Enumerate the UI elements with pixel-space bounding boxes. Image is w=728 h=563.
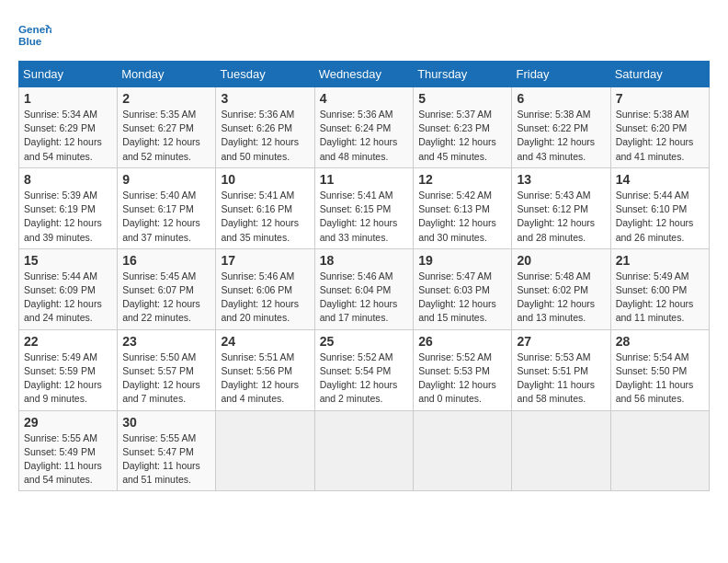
day-number: 17: [221, 253, 309, 268]
day-number: 27: [517, 334, 605, 349]
day-info: Sunrise: 5:49 AMSunset: 6:00 PMDaylight:…: [616, 270, 694, 324]
calendar-day-cell: 12 Sunrise: 5:42 AMSunset: 6:13 PMDaylig…: [414, 167, 512, 248]
svg-text:General: General: [18, 23, 51, 35]
day-number: 11: [320, 172, 409, 187]
day-number: 29: [24, 415, 112, 430]
day-info: Sunrise: 5:34 AMSunset: 6:29 PMDaylight:…: [24, 109, 102, 162]
calendar-day-cell: 17 Sunrise: 5:46 AMSunset: 6:06 PMDaylig…: [216, 248, 314, 329]
day-info: Sunrise: 5:39 AMSunset: 6:19 PMDaylight:…: [24, 190, 102, 243]
weekday-header: Thursday: [414, 62, 512, 87]
day-info: Sunrise: 5:50 AMSunset: 5:57 PMDaylight:…: [122, 351, 200, 405]
calendar-day-cell: 21 Sunrise: 5:49 AMSunset: 6:00 PMDaylig…: [610, 248, 709, 329]
day-number: 9: [122, 172, 210, 187]
calendar-day-cell: 4 Sunrise: 5:36 AMSunset: 6:24 PMDayligh…: [314, 87, 414, 168]
day-number: 19: [418, 253, 506, 268]
day-info: Sunrise: 5:44 AMSunset: 6:09 PMDaylight:…: [24, 270, 102, 324]
day-info: Sunrise: 5:44 AMSunset: 6:10 PMDaylight:…: [616, 190, 694, 243]
calendar-table: SundayMondayTuesdayWednesdayThursdayFrid…: [18, 61, 710, 491]
day-info: Sunrise: 5:40 AMSunset: 6:17 PMDaylight:…: [122, 190, 200, 243]
calendar-day-cell: 2 Sunrise: 5:35 AMSunset: 6:27 PMDayligh…: [118, 87, 216, 168]
calendar-day-cell: 28 Sunrise: 5:54 AMSunset: 5:50 PMDaylig…: [610, 329, 709, 410]
calendar-day-cell: [216, 410, 314, 491]
day-info: Sunrise: 5:45 AMSunset: 6:07 PMDaylight:…: [122, 270, 200, 324]
day-number: 4: [320, 91, 409, 106]
day-info: Sunrise: 5:54 AMSunset: 5:50 PMDaylight:…: [616, 351, 694, 405]
day-info: Sunrise: 5:36 AMSunset: 6:26 PMDaylight:…: [221, 109, 299, 162]
day-info: Sunrise: 5:42 AMSunset: 6:13 PMDaylight:…: [418, 190, 496, 243]
calendar-week-row: 8 Sunrise: 5:39 AMSunset: 6:19 PMDayligh…: [19, 167, 710, 248]
weekday-header: Friday: [512, 62, 610, 87]
logo-icon: General Blue: [18, 18, 51, 52]
day-number: 7: [616, 91, 704, 106]
day-info: Sunrise: 5:51 AMSunset: 5:56 PMDaylight:…: [221, 351, 299, 405]
calendar-day-cell: [512, 410, 610, 491]
calendar-week-row: 29 Sunrise: 5:55 AMSunset: 5:49 PMDaylig…: [19, 410, 710, 491]
calendar-day-cell: 24 Sunrise: 5:51 AMSunset: 5:56 PMDaylig…: [216, 329, 314, 410]
day-number: 21: [616, 253, 704, 268]
day-info: Sunrise: 5:38 AMSunset: 6:22 PMDaylight:…: [517, 109, 595, 162]
calendar-day-cell: 5 Sunrise: 5:37 AMSunset: 6:23 PMDayligh…: [414, 87, 512, 168]
calendar-day-cell: 18 Sunrise: 5:46 AMSunset: 6:04 PMDaylig…: [314, 248, 414, 329]
logo: General Blue: [18, 18, 51, 52]
day-number: 13: [517, 172, 605, 187]
calendar-day-cell: 22 Sunrise: 5:49 AMSunset: 5:59 PMDaylig…: [19, 329, 118, 410]
calendar-day-cell: 25 Sunrise: 5:52 AMSunset: 5:54 PMDaylig…: [314, 329, 414, 410]
day-info: Sunrise: 5:43 AMSunset: 6:12 PMDaylight:…: [517, 190, 595, 243]
day-number: 20: [517, 253, 605, 268]
calendar-day-cell: 15 Sunrise: 5:44 AMSunset: 6:09 PMDaylig…: [19, 248, 118, 329]
day-info: Sunrise: 5:55 AMSunset: 5:49 PMDaylight:…: [24, 432, 102, 486]
day-number: 8: [24, 172, 112, 187]
day-number: 1: [24, 91, 112, 106]
day-number: 10: [221, 172, 309, 187]
day-info: Sunrise: 5:35 AMSunset: 6:27 PMDaylight:…: [122, 109, 200, 162]
day-number: 3: [221, 91, 309, 106]
calendar-day-cell: 19 Sunrise: 5:47 AMSunset: 6:03 PMDaylig…: [414, 248, 512, 329]
day-info: Sunrise: 5:46 AMSunset: 6:06 PMDaylight:…: [221, 270, 299, 324]
calendar-day-cell: [414, 410, 512, 491]
day-info: Sunrise: 5:46 AMSunset: 6:04 PMDaylight:…: [320, 270, 398, 324]
calendar-day-cell: 1 Sunrise: 5:34 AMSunset: 6:29 PMDayligh…: [19, 87, 118, 168]
day-number: 25: [320, 334, 409, 349]
day-number: 15: [24, 253, 112, 268]
day-number: 18: [320, 253, 409, 268]
day-number: 24: [221, 334, 309, 349]
day-number: 26: [418, 334, 506, 349]
calendar-day-cell: 27 Sunrise: 5:53 AMSunset: 5:51 PMDaylig…: [512, 329, 610, 410]
day-number: 16: [122, 253, 210, 268]
day-number: 5: [418, 91, 506, 106]
day-number: 6: [517, 91, 605, 106]
day-info: Sunrise: 5:52 AMSunset: 5:53 PMDaylight:…: [418, 351, 496, 405]
calendar-header-row: SundayMondayTuesdayWednesdayThursdayFrid…: [19, 62, 710, 87]
day-number: 30: [122, 415, 210, 430]
day-number: 12: [418, 172, 506, 187]
weekday-header: Sunday: [19, 62, 118, 87]
day-info: Sunrise: 5:41 AMSunset: 6:15 PMDaylight:…: [320, 190, 398, 243]
calendar-day-cell: 29 Sunrise: 5:55 AMSunset: 5:49 PMDaylig…: [19, 410, 118, 491]
calendar-week-row: 15 Sunrise: 5:44 AMSunset: 6:09 PMDaylig…: [19, 248, 710, 329]
calendar-day-cell: 14 Sunrise: 5:44 AMSunset: 6:10 PMDaylig…: [610, 167, 709, 248]
day-info: Sunrise: 5:52 AMSunset: 5:54 PMDaylight:…: [320, 351, 398, 405]
weekday-header: Tuesday: [216, 62, 314, 87]
calendar-day-cell: 20 Sunrise: 5:48 AMSunset: 6:02 PMDaylig…: [512, 248, 610, 329]
calendar-day-cell: 9 Sunrise: 5:40 AMSunset: 6:17 PMDayligh…: [118, 167, 216, 248]
day-number: 2: [122, 91, 210, 106]
day-info: Sunrise: 5:49 AMSunset: 5:59 PMDaylight:…: [24, 351, 102, 405]
calendar-day-cell: 11 Sunrise: 5:41 AMSunset: 6:15 PMDaylig…: [314, 167, 414, 248]
calendar-day-cell: 7 Sunrise: 5:38 AMSunset: 6:20 PMDayligh…: [610, 87, 709, 168]
calendar-week-row: 1 Sunrise: 5:34 AMSunset: 6:29 PMDayligh…: [19, 87, 710, 168]
day-info: Sunrise: 5:55 AMSunset: 5:47 PMDaylight:…: [122, 432, 200, 486]
page-header: General Blue: [18, 18, 710, 52]
calendar-day-cell: 16 Sunrise: 5:45 AMSunset: 6:07 PMDaylig…: [118, 248, 216, 329]
weekday-header: Monday: [118, 62, 216, 87]
calendar-day-cell: 8 Sunrise: 5:39 AMSunset: 6:19 PMDayligh…: [19, 167, 118, 248]
day-info: Sunrise: 5:38 AMSunset: 6:20 PMDaylight:…: [616, 109, 694, 162]
weekday-header: Wednesday: [314, 62, 414, 87]
calendar-day-cell: 13 Sunrise: 5:43 AMSunset: 6:12 PMDaylig…: [512, 167, 610, 248]
day-info: Sunrise: 5:53 AMSunset: 5:51 PMDaylight:…: [517, 351, 595, 405]
calendar-body: 1 Sunrise: 5:34 AMSunset: 6:29 PMDayligh…: [19, 87, 710, 491]
calendar-day-cell: 23 Sunrise: 5:50 AMSunset: 5:57 PMDaylig…: [118, 329, 216, 410]
day-number: 22: [24, 334, 112, 349]
day-info: Sunrise: 5:37 AMSunset: 6:23 PMDaylight:…: [418, 109, 496, 162]
day-info: Sunrise: 5:36 AMSunset: 6:24 PMDaylight:…: [320, 109, 398, 162]
day-number: 23: [122, 334, 210, 349]
